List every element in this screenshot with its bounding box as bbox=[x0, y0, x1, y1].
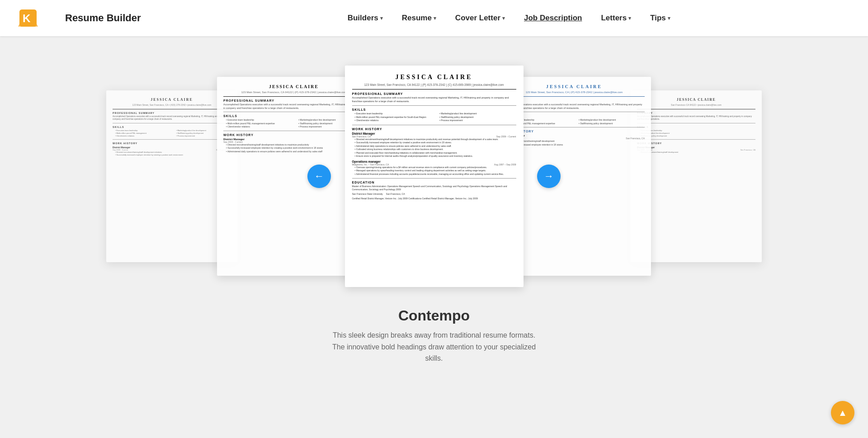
nav-letters[interactable]: Letters ▾ bbox=[594, 10, 638, 26]
logo-link[interactable]: K Resume Builder bbox=[18, 9, 141, 27]
svg-text:K: K bbox=[23, 12, 31, 24]
nav-links: Builders ▾ Resume ▾ Cover Letter ▾ Job D… bbox=[168, 10, 850, 26]
builders-chevron: ▾ bbox=[380, 15, 383, 21]
caption: Contempo This sleek design breaks away f… bbox=[330, 307, 538, 364]
logo-text: Resume Builder bbox=[65, 12, 141, 24]
carousel: Jessica Claire 123 Main Street, San Fran… bbox=[95, 59, 773, 294]
main-content: Jessica Claire 123 Main Street, San Fran… bbox=[0, 36, 868, 391]
next-arrow-icon: → bbox=[544, 170, 554, 182]
logo-k-icon: K bbox=[18, 9, 38, 27]
resume-cards: Jessica Claire 123 Main Street, San Fran… bbox=[108, 63, 760, 289]
nav-tips[interactable]: Tips ▾ bbox=[643, 10, 678, 26]
resume-card-center: JESSICA CLAIRE 123 Main Street, San Fran… bbox=[345, 66, 524, 287]
caption-description: This sleek design breaks away from tradi… bbox=[330, 330, 538, 364]
nav-builders[interactable]: Builders ▾ bbox=[340, 10, 390, 26]
prev-arrow-icon: ← bbox=[314, 170, 324, 182]
carousel-prev-button[interactable]: ← bbox=[307, 165, 331, 188]
nav-job-description[interactable]: Job Description bbox=[517, 10, 589, 26]
letters-chevron: ▾ bbox=[628, 15, 631, 21]
navbar: K Resume Builder Builders ▾ Resume ▾ Cov… bbox=[0, 0, 868, 36]
tips-chevron: ▾ bbox=[668, 15, 670, 21]
nav-resume[interactable]: Resume ▾ bbox=[395, 10, 443, 26]
cover-letter-chevron: ▾ bbox=[502, 15, 505, 21]
carousel-next-button[interactable]: → bbox=[537, 165, 561, 188]
nav-cover-letter[interactable]: Cover Letter ▾ bbox=[448, 10, 512, 26]
caption-title: Contempo bbox=[330, 307, 538, 324]
resume-chevron: ▾ bbox=[434, 15, 436, 21]
